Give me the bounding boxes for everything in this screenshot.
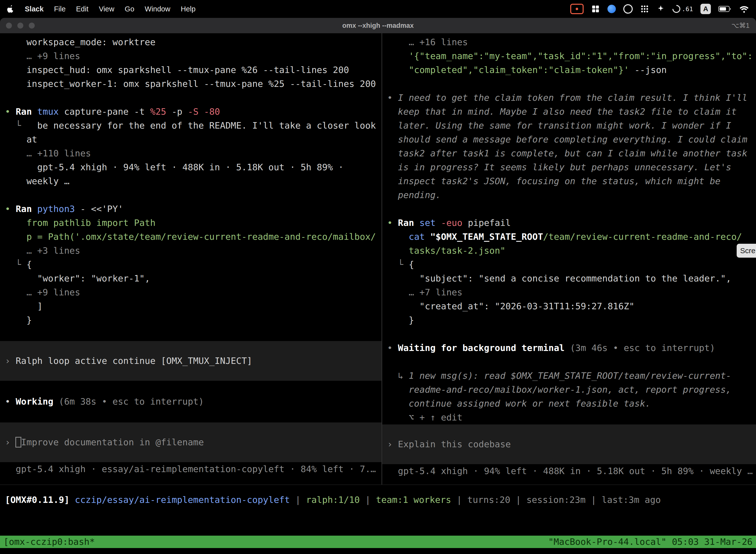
text-segment: should send a message before completing …: [387, 134, 747, 145]
prompt-input[interactable]: › Improve documentation in @filename: [0, 423, 381, 462]
screen-recording-indicator-icon[interactable]: [570, 4, 584, 14]
text-segment: └: [387, 259, 409, 270]
text-segment: pipefail: [468, 218, 511, 228]
text-segment: •: [387, 93, 398, 103]
text-segment: be necessary for the end of the README. …: [37, 120, 376, 130]
text-segment: workspace_mode: worktree: [5, 37, 155, 47]
terminal-line: '{"team_name":"my-team","task_id":"1","f…: [382, 49, 756, 63]
terminal-line: … +16 lines: [382, 35, 756, 49]
text-segment: [16, 437, 21, 447]
menu-view[interactable]: View: [99, 5, 114, 13]
text-segment: ralph:1/10: [306, 495, 360, 505]
ring-app-icon[interactable]: [623, 3, 633, 15]
zoom-button[interactable]: [29, 22, 35, 29]
menu-help[interactable]: Help: [181, 5, 196, 13]
menu-go[interactable]: Go: [125, 5, 134, 13]
terminal-line: … +110 lines: [0, 147, 381, 160]
prompt-input[interactable]: › Explain this codebase: [382, 425, 756, 464]
text-segment: ↳: [387, 371, 409, 381]
battery-icon[interactable]: [718, 3, 732, 15]
text-segment: python3: [37, 204, 80, 214]
terminal-line: inspect_worker-1: omx sparkshell --tmux-…: [0, 77, 381, 91]
text-segment: •: [5, 107, 16, 117]
minimize-button[interactable]: [17, 22, 23, 29]
close-button[interactable]: [6, 22, 12, 29]
text-segment: pending.: [387, 190, 441, 200]
terminal-line: weekly …: [0, 174, 381, 188]
wifi-icon[interactable]: [739, 3, 749, 15]
terminal-line: tasks/task-2.json": [382, 244, 756, 258]
text-segment: … +7 lines: [387, 287, 462, 297]
terminal-line: … +3 lines: [0, 244, 381, 258]
terminal-line: [382, 202, 756, 216]
text-segment: gpt-5.4 xhigh · 94% left · 488K in · 5.1…: [5, 162, 343, 172]
pane-status-line: gpt-5.4 xhigh · essay/ai-reimplementatio…: [0, 462, 381, 476]
terminal-line: should send a message before completing …: [382, 132, 756, 147]
tmux-session-label: [omx-cczip0:bash*: [3, 536, 95, 548]
menu-bar: Slack File Edit View Go Window Help .61: [0, 0, 756, 18]
text-segment: %25: [150, 107, 172, 117]
menu-edit[interactable]: Edit: [76, 5, 88, 13]
text-segment: (3m 46s • esc to interrupt): [570, 343, 715, 353]
waiting-status-line: • Waiting for background terminal (3m 46…: [382, 341, 756, 355]
text-segment: "subject": "send a concise recommendatio…: [387, 273, 731, 283]
terminal-line: }: [382, 313, 756, 327]
text-segment: └: [5, 120, 37, 130]
terminal-line: later. Using the same for transition mig…: [382, 119, 756, 132]
text-segment: └: [5, 259, 26, 270]
text-segment: … +9 lines: [5, 287, 80, 297]
text-segment: … +3 lines: [5, 245, 80, 256]
menu-window[interactable]: Window: [145, 5, 170, 13]
screen-pill[interactable]: Scre: [737, 244, 756, 258]
text-segment: |: [290, 495, 306, 505]
terminal-line: • Ran python3 - <<'PY': [0, 202, 381, 216]
grid-icon[interactable]: [591, 3, 600, 15]
text-segment: I need to get the claim token from the c…: [398, 93, 747, 103]
text-segment: Ran: [398, 218, 420, 228]
terminal-line: readme-and-reco/mailbox/worker-1.json, a…: [382, 383, 756, 397]
text-segment: --json: [634, 65, 667, 75]
terminal-line: keep that in mind. Maybe I also need the…: [382, 105, 756, 119]
blue-app-icon[interactable]: [608, 3, 616, 15]
gauge-value: .61: [682, 5, 693, 13]
text-segment: keep that in mind. Maybe I also need the…: [387, 107, 737, 117]
text-segment: - <<'PY': [80, 204, 123, 214]
text-segment: later. Using the same for transition mig…: [387, 120, 731, 130]
text-segment: inspect_worker-1: omx sparkshell --tmux-…: [5, 79, 376, 89]
text-segment: |: [360, 495, 376, 505]
text-segment: | turns:20 | session:23m | last:3m ago: [451, 495, 661, 505]
text-segment: -S -80: [188, 107, 220, 117]
terminal-line: … +7 lines: [382, 285, 756, 299]
terminal-line: [382, 77, 756, 91]
text-segment: ]: [5, 301, 43, 311]
text-segment: Working: [16, 396, 59, 406]
text-segment: •: [387, 218, 398, 228]
text-segment: Waiting for background terminal: [398, 343, 570, 353]
screen: Slack File Edit View Go Window Help .61: [0, 0, 756, 554]
menu-bar-left: Slack File Edit View Go Window Help: [7, 3, 195, 15]
text-segment: {: [26, 259, 32, 270]
menu-app-name[interactable]: Slack: [25, 5, 44, 13]
terminal-line: [382, 355, 756, 369]
text-segment: set: [420, 218, 441, 228]
terminal-line: p = Path('.omx/state/team/review-current…: [0, 230, 381, 244]
text-segment: inspect task2's JSON, focusing on the st…: [387, 176, 720, 186]
terminal-line: [0, 91, 381, 105]
window-title-bar: omx --xhigh --madmax ⌥⌘1: [0, 18, 756, 33]
sparkle-app-icon[interactable]: [656, 3, 665, 15]
menu-file[interactable]: File: [54, 5, 66, 13]
terminal-line: ⌥ + ↑ edit: [382, 410, 756, 425]
terminal-line: └ {: [382, 258, 756, 272]
text-segment: [387, 232, 409, 242]
text-segment: •: [387, 343, 398, 353]
dots-grid-icon[interactable]: [640, 3, 649, 15]
text-segment: … +110 lines: [5, 148, 91, 158]
apple-menu-icon[interactable]: [7, 3, 14, 15]
gauge-icon[interactable]: .61: [673, 3, 693, 15]
text-segment: /team/review-current-readme-and-reco/: [543, 232, 742, 242]
text-segment: Improve documentation in @filename: [21, 437, 204, 447]
terminal-line: • I need to get the claim token from the…: [382, 91, 756, 105]
input-source-icon[interactable]: A: [700, 4, 711, 14]
record-dot-icon: [576, 8, 578, 10]
text-segment: Ran: [16, 107, 37, 117]
